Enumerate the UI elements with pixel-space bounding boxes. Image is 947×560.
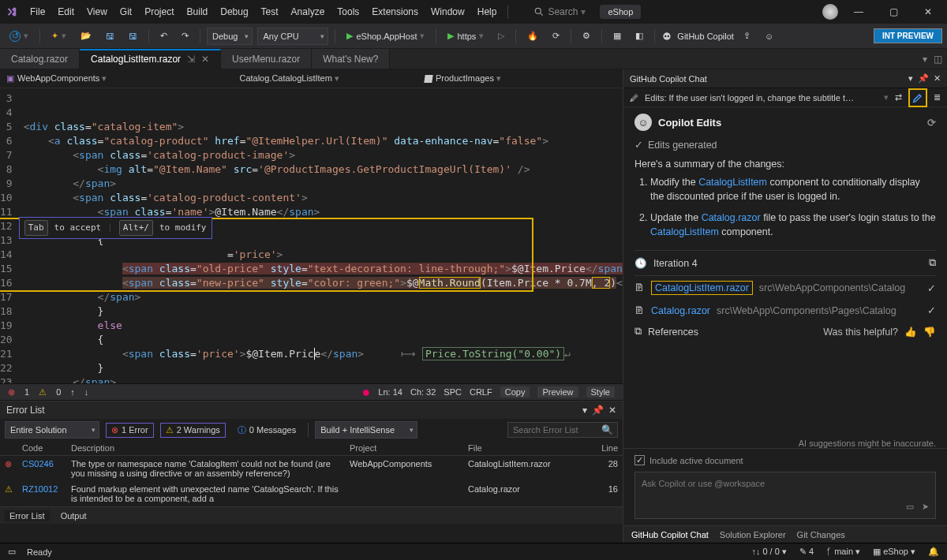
changed-file-row[interactable]: 🖹Catalog.razorsrc\WebApp\Components\Page… (634, 300, 936, 321)
attach-icon[interactable]: ▭ (906, 502, 914, 512)
tab-output[interactable]: Output (61, 511, 87, 521)
warning-filter[interactable]: ⚠2 Warnings (160, 423, 226, 438)
doc-tab[interactable]: CatalogListItem.razor⇲✕ (80, 49, 221, 69)
minimize-button[interactable]: ― (844, 2, 873, 22)
menu-help[interactable]: Help (471, 3, 503, 21)
refresh-icon[interactable]: ⟳ (927, 117, 936, 129)
indent-mode[interactable]: SPC (444, 387, 462, 397)
list-icon[interactable]: ≣ (934, 92, 941, 103)
feedback-icon[interactable]: ☺ (760, 29, 778, 43)
tab-overflow-icon[interactable]: ▾ (923, 54, 927, 65)
include-active-doc[interactable]: ✓ Include active document (634, 455, 936, 465)
notifications-icon[interactable]: 🔔 (928, 547, 939, 557)
maximize-button[interactable]: ▢ (879, 2, 908, 22)
preview-button[interactable]: Preview (537, 386, 578, 398)
pending-changes[interactable]: ✎ 4 (799, 547, 814, 557)
new-item-button[interactable]: ✦▾ (47, 28, 71, 43)
github-copilot-button[interactable]: GitHub Copilot (661, 31, 734, 42)
menu-view[interactable]: View (80, 3, 114, 21)
close-icon[interactable]: ✕ (608, 405, 616, 416)
close-button[interactable]: ✕ (914, 2, 942, 22)
launch-profile-button[interactable]: ▶https ▾ (443, 28, 488, 43)
window-menu-icon[interactable]: ▾ (908, 73, 913, 84)
menu-tools[interactable]: Tools (331, 3, 365, 21)
output-icon[interactable]: ▭ (8, 547, 16, 557)
send-icon[interactable]: ➤ (922, 502, 929, 512)
menu-extensions[interactable]: Extensions (365, 3, 425, 21)
code-editor[interactable]: 345678910111213141516171819202122232425 … (0, 88, 623, 383)
copy-icon[interactable]: ⧉ (929, 257, 936, 269)
copilot-chat-input[interactable]: Ask Copilot or use @workspace ▭ ➤ (634, 472, 936, 519)
redo-button[interactable]: ↷ (177, 28, 193, 43)
tab-error-list[interactable]: Error List (5, 510, 50, 521)
doc-tab[interactable]: UserMenu.razor (221, 49, 312, 69)
start-without-debug-button[interactable]: ▷ (493, 28, 509, 43)
open-file-button[interactable]: 📂 (76, 28, 96, 43)
menu-git[interactable]: Git (114, 3, 138, 21)
crumb-member[interactable]: ProductImages (425, 73, 501, 84)
close-icon[interactable]: ✕ (934, 73, 941, 84)
save-all-button[interactable]: 🖫 (124, 29, 142, 43)
references-row[interactable]: ⧉ References Was this helpful? 👍 👎 (634, 321, 936, 342)
save-button[interactable]: 🖫 (101, 29, 119, 43)
window-menu-icon[interactable]: ▾ (582, 405, 587, 416)
changed-file-row[interactable]: 🖹CatalogListItem.razorsrc\WebAppComponen… (634, 276, 936, 300)
menu-debug[interactable]: Debug (214, 3, 254, 21)
copy-button[interactable]: Copy (500, 386, 530, 398)
branch-picker[interactable]: ᚶ main ▾ (826, 547, 860, 557)
error-icon[interactable]: ⊗ (8, 387, 15, 398)
nav-back-button[interactable]: ↺▾ (5, 28, 33, 44)
undo-button[interactable]: ↶ (155, 28, 172, 43)
share-icon[interactable]: ⇪ (739, 28, 755, 43)
global-search[interactable]: Search ▾ (529, 5, 590, 19)
copilot-edits-highlight[interactable] (908, 88, 927, 107)
layout-icon-2[interactable]: ◧ (631, 28, 648, 43)
config-dropdown[interactable]: Debug (207, 28, 253, 45)
error-filter[interactable]: ⊗1 Error (106, 423, 154, 438)
tab-git-changes[interactable]: Git Changes (797, 530, 845, 539)
hot-reload-icon[interactable]: 🔥 (522, 28, 543, 43)
sync-status[interactable]: ↑↓ 0 / 0 ▾ (751, 547, 787, 557)
doc-tab[interactable]: What's New? (312, 49, 390, 69)
refresh-icon[interactable]: ⟳ (548, 28, 564, 43)
layout-icon[interactable]: ▦ (608, 28, 626, 43)
sync-icon[interactable]: ⇄ (895, 92, 902, 103)
checkbox-icon[interactable]: ✓ (634, 455, 645, 465)
caret-col[interactable]: Ch: 32 (410, 387, 436, 397)
menu-window[interactable]: Window (425, 3, 471, 21)
nav-down-icon[interactable]: ↓ (84, 387, 89, 397)
code-body[interactable]: <div class="catalog-item"> <a class="cat… (17, 88, 623, 383)
tab-solution-explorer[interactable]: Solution Explorer (720, 530, 786, 539)
crumb-project[interactable]: ▣WebAppComponents (6, 73, 107, 84)
error-row[interactable]: ⊗CS0246The type or namespace name 'Catal… (0, 456, 623, 481)
tool-icon[interactable]: ⚙ (578, 28, 595, 43)
thumbs-up-icon[interactable]: 👍 (904, 326, 917, 338)
close-icon[interactable]: ✕ (201, 54, 209, 65)
menu-file[interactable]: File (24, 3, 51, 21)
menu-test[interactable]: Test (255, 3, 285, 21)
tab-copilot-chat[interactable]: GitHub Copilot Chat (631, 530, 709, 539)
pin-icon[interactable]: 📌 (918, 73, 929, 84)
platform-dropdown[interactable]: Any CPU (257, 28, 328, 45)
account-avatar[interactable] (822, 4, 838, 20)
start-debug-button[interactable]: ▶eShop.AppHost ▾ (342, 28, 429, 43)
error-row[interactable]: ⚠RZ10012Found markup element with unexpe… (0, 481, 623, 506)
pin-icon[interactable]: 📌 (592, 405, 604, 416)
warning-icon[interactable]: ⚠ (39, 387, 47, 398)
repo-picker[interactable]: ▦ eShop ▾ (873, 547, 915, 557)
menu-analyze[interactable]: Analyze (285, 3, 331, 21)
menu-build[interactable]: Build (181, 3, 215, 21)
nav-up-icon[interactable]: ↑ (70, 387, 75, 397)
thumbs-down-icon[interactable]: 👎 (923, 326, 936, 338)
eol-mode[interactable]: CRLF (470, 387, 492, 397)
scope-dropdown[interactable]: Entire Solution (5, 421, 99, 439)
pin-icon[interactable]: ⇲ (187, 54, 195, 65)
crumb-class[interactable]: Catalog.CatalogListItem (239, 73, 339, 84)
style-button[interactable]: Style (586, 386, 615, 398)
doc-tab[interactable]: Catalog.razor (0, 49, 80, 69)
menu-project[interactable]: Project (138, 3, 180, 21)
message-filter[interactable]: ⓘ0 Messages (232, 422, 301, 439)
tab-close-all-icon[interactable]: ◫ (934, 54, 942, 65)
menu-edit[interactable]: Edit (51, 3, 80, 21)
caret-line[interactable]: Ln: 14 (378, 387, 402, 397)
